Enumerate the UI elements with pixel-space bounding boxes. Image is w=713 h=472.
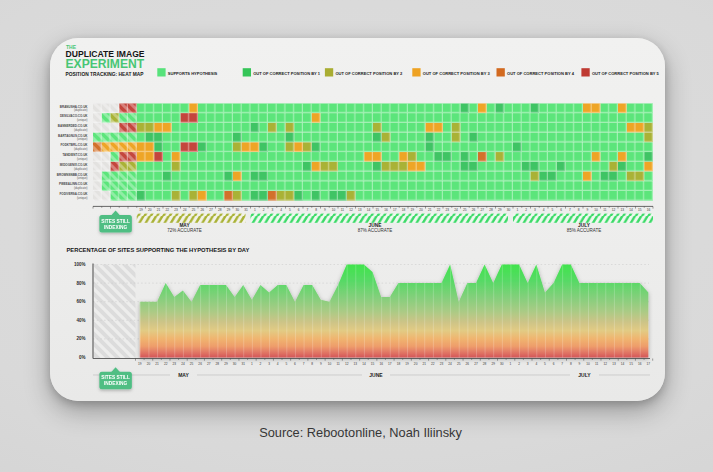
svg-text:MAY: MAY	[178, 372, 189, 378]
svg-text:2: 2	[263, 208, 265, 212]
svg-text:12: 12	[349, 208, 353, 212]
svg-text:28: 28	[218, 208, 222, 212]
svg-text:(duplicate): (duplicate)	[74, 147, 88, 151]
svg-text:20: 20	[147, 362, 151, 366]
svg-text:8: 8	[315, 208, 317, 212]
svg-text:(duplicate): (duplicate)	[74, 186, 88, 190]
svg-text:6: 6	[553, 362, 555, 366]
svg-text:20: 20	[414, 362, 418, 366]
svg-text:25: 25	[457, 362, 461, 366]
svg-text:14: 14	[629, 208, 633, 212]
svg-text:5: 5	[544, 362, 546, 366]
svg-text:7: 7	[561, 362, 563, 366]
svg-text:1: 1	[251, 362, 253, 366]
svg-text:JULY: JULY	[578, 372, 591, 378]
svg-text:6: 6	[560, 208, 562, 212]
svg-text:9: 9	[324, 208, 326, 212]
svg-text:19: 19	[411, 208, 415, 212]
svg-text:4: 4	[535, 362, 537, 366]
svg-text:7: 7	[569, 208, 571, 212]
svg-text:26: 26	[201, 208, 205, 212]
svg-text:8: 8	[570, 362, 572, 366]
svg-text:7: 7	[303, 362, 305, 366]
svg-text:SUPPORTS HYPOTHESIS: SUPPORTS HYPOTHESIS	[168, 71, 218, 76]
svg-text:24: 24	[448, 362, 452, 366]
svg-text:17: 17	[647, 362, 651, 366]
svg-text:16: 16	[379, 362, 383, 366]
svg-text:30: 30	[507, 208, 511, 212]
svg-text:(duplicate): (duplicate)	[74, 108, 88, 112]
svg-text:28: 28	[489, 208, 493, 212]
svg-text:17: 17	[388, 362, 392, 366]
svg-text:13: 13	[612, 362, 616, 366]
svg-text:POSITION TRACKING: HEAT MAP: POSITION TRACKING: HEAT MAP	[66, 72, 145, 77]
svg-text:31: 31	[244, 208, 248, 212]
svg-text:OUT OF CORRECT POSITION BY 4: OUT OF CORRECT POSITION BY 4	[507, 71, 575, 76]
svg-text:16: 16	[647, 208, 651, 212]
svg-text:OUT OF CORRECT POSITION BY 2: OUT OF CORRECT POSITION BY 2	[335, 71, 403, 76]
svg-text:3: 3	[268, 362, 270, 366]
svg-text:15: 15	[371, 362, 375, 366]
svg-text:30: 30	[236, 208, 240, 212]
svg-text:17: 17	[393, 208, 397, 212]
svg-text:20: 20	[419, 208, 423, 212]
svg-text:30: 30	[500, 362, 504, 366]
svg-text:87% ACCURATE: 87% ACCURATE	[358, 228, 392, 233]
svg-text:11: 11	[336, 362, 340, 366]
svg-text:3: 3	[534, 208, 536, 212]
svg-text:9: 9	[579, 362, 581, 366]
svg-text:72% ACCURATE: 72% ACCURATE	[167, 228, 201, 233]
svg-text:OUT OF CORRECT POSITION BY 5: OUT OF CORRECT POSITION BY 5	[592, 71, 660, 76]
svg-text:26: 26	[466, 362, 470, 366]
svg-text:27: 27	[209, 208, 213, 212]
svg-text:3: 3	[271, 208, 273, 212]
svg-text:31: 31	[241, 362, 245, 366]
svg-text:100%: 100%	[74, 262, 86, 267]
svg-text:24: 24	[183, 208, 187, 212]
svg-text:22: 22	[166, 208, 170, 212]
svg-text:10: 10	[594, 208, 598, 212]
svg-text:29: 29	[224, 362, 228, 366]
svg-text:12: 12	[604, 362, 608, 366]
svg-text:(unique): (unique)	[77, 118, 88, 122]
svg-text:11: 11	[341, 208, 345, 212]
svg-text:10: 10	[332, 208, 336, 212]
svg-text:6: 6	[294, 362, 296, 366]
svg-text:5: 5	[551, 208, 553, 212]
svg-text:85% ACCURATE: 85% ACCURATE	[567, 228, 601, 233]
svg-text:11: 11	[603, 208, 607, 212]
svg-text:EXPERIMENT: EXPERIMENT	[66, 57, 145, 71]
svg-text:29: 29	[498, 208, 502, 212]
svg-text:14: 14	[621, 362, 625, 366]
svg-text:3: 3	[527, 362, 529, 366]
svg-text:INDEXING: INDEXING	[104, 225, 127, 230]
svg-text:10: 10	[586, 362, 590, 366]
svg-text:5: 5	[289, 208, 291, 212]
svg-text:29: 29	[491, 362, 495, 366]
svg-text:OUT OF CORRECT POSITION BY 1: OUT OF CORRECT POSITION BY 1	[253, 71, 321, 76]
svg-text:29: 29	[227, 208, 231, 212]
svg-text:15: 15	[376, 208, 380, 212]
svg-text:1: 1	[254, 208, 256, 212]
svg-text:INDEXING: INDEXING	[104, 381, 127, 386]
svg-text:SITES STILL: SITES STILL	[101, 219, 130, 224]
svg-text:15: 15	[629, 362, 633, 366]
svg-text:22: 22	[437, 208, 441, 212]
svg-text:16: 16	[384, 208, 388, 212]
svg-text:28: 28	[483, 362, 487, 366]
svg-text:(duplicate): (duplicate)	[74, 167, 88, 171]
svg-text:12: 12	[345, 362, 349, 366]
svg-text:8: 8	[578, 208, 580, 212]
svg-text:13: 13	[621, 208, 625, 212]
svg-text:18: 18	[402, 208, 406, 212]
svg-text:23: 23	[173, 362, 177, 366]
svg-text:22: 22	[431, 362, 435, 366]
svg-text:13: 13	[354, 362, 358, 366]
svg-text:24: 24	[181, 362, 185, 366]
svg-text:25: 25	[190, 362, 194, 366]
svg-text:4: 4	[280, 208, 282, 212]
svg-text:1: 1	[516, 208, 518, 212]
svg-text:4: 4	[543, 208, 545, 212]
svg-text:27: 27	[474, 362, 478, 366]
svg-text:20: 20	[148, 208, 152, 212]
